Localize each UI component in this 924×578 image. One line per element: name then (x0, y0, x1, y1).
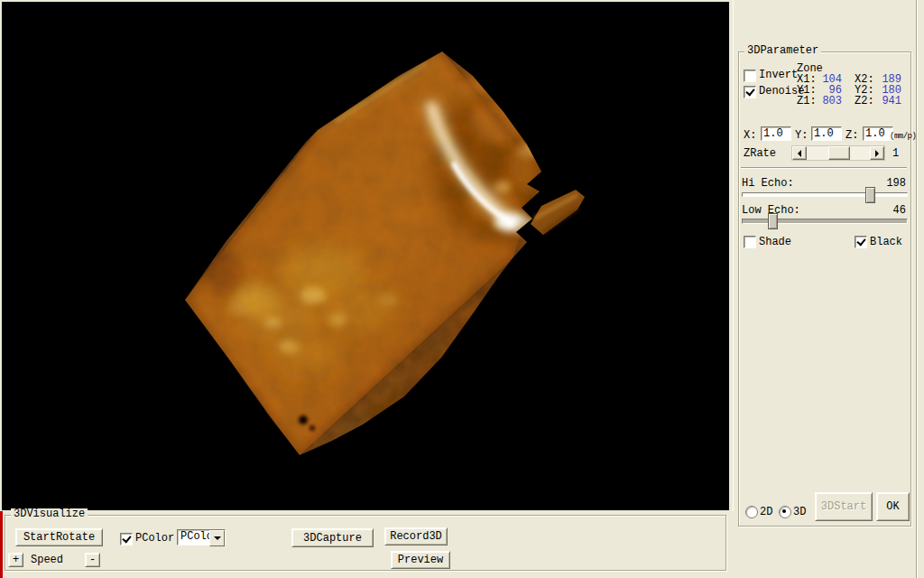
zone-z1-label: Z1: (797, 96, 817, 107)
left-edge-red-strip (0, 511, 3, 578)
record3d-button[interactable]: Record3D (384, 527, 448, 545)
3dvisualize-title: 3DVisualize (11, 508, 88, 520)
arrow-right-icon (875, 150, 879, 157)
check-icon (745, 87, 754, 97)
preview-button[interactable]: Preview (391, 551, 450, 569)
scale-x-label: X: (744, 130, 756, 142)
ultrasound-volume-render (2, 2, 729, 510)
ok-button[interactable]: OK (876, 492, 910, 521)
low-echo-slider[interactable] (742, 219, 908, 224)
low-echo-thumb[interactable] (768, 213, 778, 229)
start-rotate-button[interactable]: StartRotate (15, 528, 103, 546)
3dcapture-button[interactable]: 3DCapture (291, 528, 374, 547)
3dparameter-groupbox: 3DParameter Invert Denoise Zone X1: 104 … (738, 51, 911, 527)
hi-echo-value: 198 (886, 178, 906, 190)
shade-checkbox[interactable] (744, 236, 756, 248)
mode-3d-radio[interactable] (779, 506, 791, 518)
section-divider (741, 167, 907, 169)
zrate-scrollbar[interactable] (791, 145, 885, 161)
hi-echo-label: Hi Echo: (742, 178, 794, 190)
window-right-edge-highlight (917, 0, 918, 578)
chevron-down-icon (214, 536, 221, 540)
zone-z2-label: Z2: (855, 96, 874, 107)
pcolor-label: PColor (135, 533, 174, 545)
zrate-value: 1 (892, 148, 899, 160)
zrate-thumb[interactable] (828, 146, 850, 160)
zone-z2-value: 941 (876, 96, 901, 107)
black-label: Black (870, 237, 902, 248)
speed-label: Speed (31, 555, 63, 566)
black-checkbox[interactable] (855, 236, 867, 248)
scale-z-input[interactable] (863, 126, 893, 141)
scale-unit-label: (mm/p) (890, 131, 916, 143)
radio-dot-icon (782, 509, 786, 513)
scale-y-input[interactable] (811, 126, 842, 141)
3dvisualize-groupbox: 3DVisualize StartRotate PColor PColor + … (5, 515, 726, 571)
shade-label: Shade (759, 237, 791, 248)
low-echo-value: 46 (893, 205, 906, 217)
invert-label: Invert (759, 70, 798, 81)
pcolor-checkbox[interactable] (120, 533, 133, 545)
mode-3d-label: 3D (793, 507, 806, 518)
speed-minus-button[interactable]: - (85, 553, 100, 567)
hi-echo-thumb[interactable] (865, 187, 875, 203)
application-window: 3DParameter Invert Denoise Zone X1: 104 … (0, 0, 924, 578)
invert-checkbox[interactable] (744, 70, 756, 82)
render-viewport[interactable] (2, 2, 729, 510)
arrow-left-icon (798, 150, 801, 157)
zrate-left-arrow[interactable] (792, 146, 807, 160)
check-icon (122, 534, 131, 544)
speed-plus-button[interactable]: + (8, 553, 23, 567)
hi-echo-slider[interactable] (742, 192, 908, 197)
denoise-checkbox[interactable] (744, 86, 756, 98)
pcolor-dropdown[interactable]: PColor (177, 529, 226, 545)
mode-2d-label: 2D (760, 507, 772, 518)
panel-edge-highlight (733, 0, 734, 511)
scale-y-label: Y: (795, 130, 808, 142)
3dparameter-title: 3DParameter (744, 45, 821, 57)
zrate-right-arrow[interactable] (870, 146, 884, 160)
mode-2d-radio[interactable] (745, 506, 758, 518)
scale-z-label: Z: (845, 130, 858, 142)
3dstart-button[interactable]: 3DStart (815, 492, 873, 521)
scale-x-input[interactable] (761, 126, 791, 141)
zrate-label: ZRate (744, 148, 776, 160)
pcolor-dropdown-button[interactable] (209, 530, 225, 546)
check-icon (856, 237, 865, 247)
zone-z1-value: 803 (818, 96, 842, 107)
